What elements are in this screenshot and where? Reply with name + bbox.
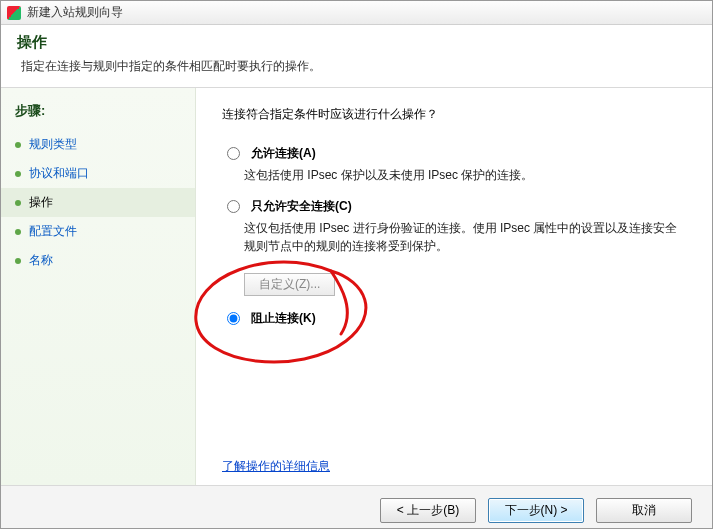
wizard-window: 新建入站规则向导 操作 指定在连接与规则中指定的条件相匹配时要执行的操作。 步骤…: [0, 0, 713, 529]
page-subtitle: 指定在连接与规则中指定的条件相匹配时要执行的操作。: [17, 58, 696, 75]
radio-allow[interactable]: [227, 147, 240, 160]
header: 操作 指定在连接与规则中指定的条件相匹配时要执行的操作。: [1, 25, 712, 88]
step-protocol-port[interactable]: 协议和端口: [1, 159, 195, 188]
option-label: 允许连接(A): [251, 145, 316, 162]
page-title: 操作: [17, 33, 696, 52]
option-block[interactable]: 阻止连接(K): [222, 310, 686, 327]
window-title: 新建入站规则向导: [27, 4, 123, 21]
customize-button: 自定义(Z)...: [244, 273, 335, 296]
prompt-text: 连接符合指定条件时应该进行什么操作？: [222, 106, 686, 123]
learn-more-link[interactable]: 了解操作的详细信息: [222, 459, 330, 473]
step-action[interactable]: 操作: [1, 188, 195, 217]
step-label: 操作: [29, 194, 53, 211]
step-label: 协议和端口: [29, 165, 89, 182]
step-name[interactable]: 名称: [1, 246, 195, 275]
step-profile[interactable]: 配置文件: [1, 217, 195, 246]
option-label: 阻止连接(K): [251, 310, 316, 327]
bullet-icon: [15, 142, 21, 148]
bullet-icon: [15, 258, 21, 264]
bullet-icon: [15, 171, 21, 177]
next-button[interactable]: 下一步(N) >: [488, 498, 584, 523]
back-button[interactable]: < 上一步(B): [380, 498, 476, 523]
option-allow-secure[interactable]: 只允许安全连接(C): [222, 198, 686, 215]
bullet-icon: [15, 229, 21, 235]
option-label: 只允许安全连接(C): [251, 198, 352, 215]
option-allow[interactable]: 允许连接(A): [222, 145, 686, 162]
steps-heading: 步骤:: [1, 98, 195, 130]
step-label: 名称: [29, 252, 53, 269]
cancel-button[interactable]: 取消: [596, 498, 692, 523]
titlebar: 新建入站规则向导: [1, 1, 712, 25]
step-label: 配置文件: [29, 223, 77, 240]
steps-sidebar: 步骤: 规则类型 协议和端口 操作 配置文件 名称: [1, 88, 196, 485]
firewall-icon: [7, 6, 21, 20]
step-rule-type[interactable]: 规则类型: [1, 130, 195, 159]
option-allow-secure-desc: 这仅包括使用 IPsec 进行身份验证的连接。使用 IPsec 属性中的设置以及…: [244, 219, 686, 255]
footer: < 上一步(B) 下一步(N) > 取消: [1, 485, 712, 529]
radio-block[interactable]: [227, 312, 240, 325]
bullet-icon: [15, 200, 21, 206]
step-label: 规则类型: [29, 136, 77, 153]
radio-allow-secure[interactable]: [227, 200, 240, 213]
option-allow-desc: 这包括使用 IPsec 保护以及未使用 IPsec 保护的连接。: [244, 166, 686, 184]
content-pane: 连接符合指定条件时应该进行什么操作？ 允许连接(A) 这包括使用 IPsec 保…: [196, 88, 712, 485]
